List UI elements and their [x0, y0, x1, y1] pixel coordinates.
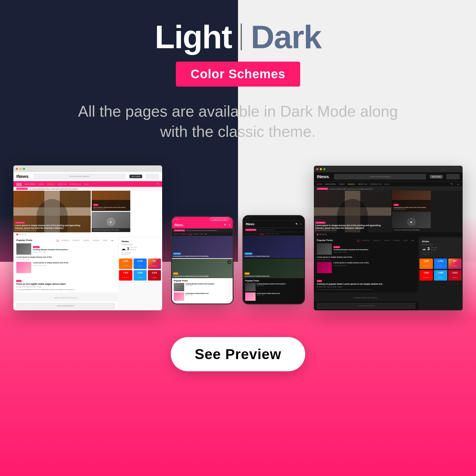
subtitle: All the pages are available in Dark Mode…: [74, 101, 402, 142]
dark-phone-mockup: ✦ ✦ ✦ INews. 🔍 ≡ TRENDING NOW Contrary t…: [242, 215, 305, 304]
light-phone-mockup: ✦ ✦ ✦ ↑ Sign Up or Login INews. 🔍 ≡ TREN…: [171, 216, 234, 304]
news-logo-light: INews.: [16, 174, 29, 179]
trending-text-light: It is a long established fact that a rea…: [29, 188, 78, 190]
ad-banner-light: 728x90 ADVERTISEMENT: [34, 174, 125, 179]
dark-desktop-mockup: INews. 728x90 ADVERTISEMENT BUY NOW HOME…: [314, 166, 463, 310]
screenshots-container: INews. 728x90 ADVERTISEMENT BUY NOW HOME…: [0, 165, 476, 310]
header-title: Light Dark: [155, 0, 321, 56]
news-logo-dark: INews.: [317, 174, 330, 179]
title-dark: Dark: [251, 18, 321, 56]
color-schemes-badge: Color Schemes: [176, 62, 300, 87]
title-light: Light: [155, 18, 232, 56]
see-preview-button[interactable]: See Preview: [171, 337, 305, 371]
buy-btn-light: BUY NOW: [129, 175, 142, 178]
light-desktop-mockup: INews. 728x90 ADVERTISEMENT BUY NOW HOME…: [13, 165, 162, 310]
title-divider: [241, 24, 242, 50]
